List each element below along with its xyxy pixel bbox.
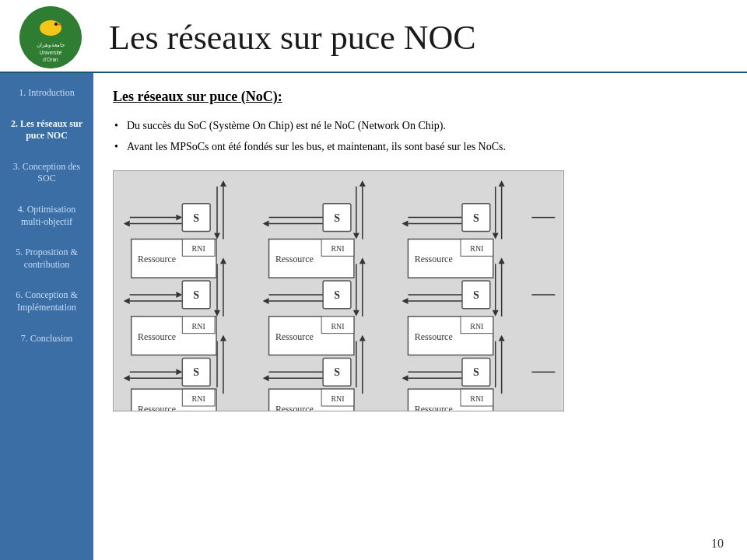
header: جامعة وهران Université d'Oran Les réseau… bbox=[0, 0, 747, 73]
svg-text:Ressource: Ressource bbox=[138, 254, 176, 264]
svg-text:S: S bbox=[473, 289, 479, 301]
sidebar-item-noc[interactable]: 2. Les réseaux sur puce NOC bbox=[0, 112, 93, 149]
svg-text:S: S bbox=[334, 289, 340, 301]
svg-text:جامعة وهران: جامعة وهران bbox=[37, 42, 65, 48]
main-content: 1. Introduction 2. Les réseaux sur puce … bbox=[0, 73, 747, 560]
svg-text:RNI: RNI bbox=[192, 394, 205, 403]
svg-text:S: S bbox=[193, 212, 199, 224]
svg-text:Université: Université bbox=[40, 50, 62, 55]
svg-text:S: S bbox=[334, 366, 340, 378]
svg-text:d'Oran: d'Oran bbox=[43, 57, 58, 62]
svg-text:RNI: RNI bbox=[470, 322, 483, 331]
sidebar-item-impl[interactable]: 6. Conception & Implémentation bbox=[0, 283, 93, 320]
svg-text:S: S bbox=[334, 212, 340, 224]
sidebar: 1. Introduction 2. Les réseaux sur puce … bbox=[0, 73, 93, 560]
svg-text:Ressource: Ressource bbox=[415, 254, 453, 264]
university-logo: جامعة وهران Université d'Oran bbox=[19, 6, 82, 68]
svg-text:Ressource: Ressource bbox=[138, 331, 176, 342]
sidebar-item-concl[interactable]: 7. Conclusion bbox=[0, 327, 93, 352]
svg-text:Ressource: Ressource bbox=[275, 331, 314, 342]
svg-text:RNI: RNI bbox=[470, 244, 483, 253]
sidebar-item-prop[interactable]: 5. Proposition & contribution bbox=[0, 240, 93, 277]
section-title: Les réseaux sur puce (NoC): bbox=[113, 89, 724, 105]
svg-text:Ressource: Ressource bbox=[275, 254, 314, 264]
svg-text:Ressource: Ressource bbox=[275, 404, 314, 411]
svg-text:RNI: RNI bbox=[470, 394, 483, 403]
svg-text:Ressource: Ressource bbox=[415, 331, 453, 342]
svg-text:RNI: RNI bbox=[331, 394, 344, 403]
page-title: Les réseaux sur puce NOC bbox=[109, 18, 476, 58]
content-area: Les réseaux sur puce (NoC): Du succès du… bbox=[93, 73, 747, 560]
sidebar-item-soc[interactable]: 3. Conception des SOC bbox=[0, 155, 93, 191]
svg-text:Ressource: Ressource bbox=[138, 404, 176, 411]
svg-text:S: S bbox=[193, 366, 199, 378]
bullet-item-1: Du succès du SoC (Système On Chip) est n… bbox=[113, 117, 724, 134]
page-number: 10 bbox=[711, 537, 724, 551]
svg-text:RNI: RNI bbox=[331, 244, 344, 253]
sidebar-item-optim[interactable]: 4. Optimisation multi-objectif bbox=[0, 198, 93, 234]
svg-text:RNI: RNI bbox=[192, 244, 205, 253]
bullet-list: Du succès du SoC (Système On Chip) est n… bbox=[113, 117, 724, 155]
svg-text:S: S bbox=[473, 212, 479, 224]
bullet-item-2: Avant les MPSoCs ont été fondés sur les … bbox=[113, 138, 724, 155]
svg-text:Ressource: Ressource bbox=[415, 404, 453, 411]
logo-area: جامعة وهران Université d'Oran bbox=[8, 6, 93, 68]
noc-diagram: S S S S S S S S S bbox=[113, 170, 564, 411]
svg-text:RNI: RNI bbox=[331, 322, 344, 331]
svg-text:S: S bbox=[193, 289, 199, 301]
svg-text:S: S bbox=[473, 366, 479, 378]
svg-text:RNI: RNI bbox=[192, 322, 205, 331]
sidebar-item-intro[interactable]: 1. Introduction bbox=[0, 81, 93, 106]
